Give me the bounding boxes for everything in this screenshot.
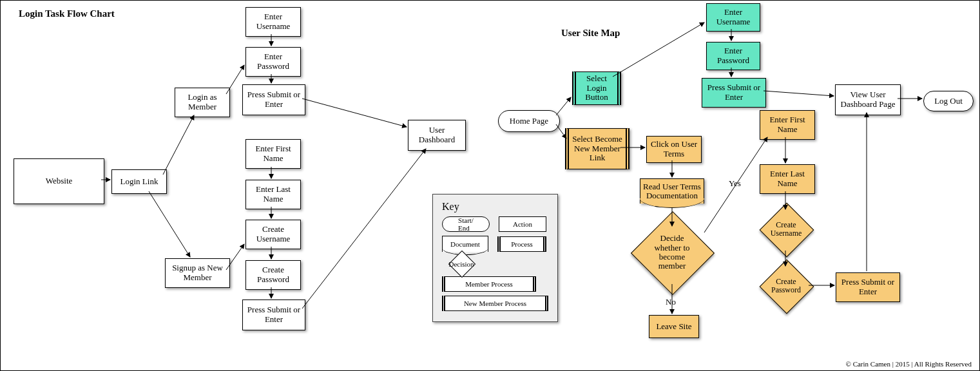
legend-action: Action	[499, 216, 546, 232]
title-left: Login Task Flow Chart	[19, 8, 115, 19]
node-r-press-submit: Press Submit or Enter	[702, 78, 766, 108]
node-r-create-user: Create Username	[767, 211, 805, 248]
node-website: Website	[14, 158, 104, 204]
svg-line-2	[149, 191, 190, 257]
node-user-dashboard: User Dashboard	[408, 120, 466, 151]
legend-start-end: Start/ End	[442, 216, 490, 232]
copyright: © Carin Camen | 2015 | All Rights Reserv…	[846, 360, 972, 368]
svg-line-12	[302, 149, 426, 309]
node-r-enter-last: Enter Last Name	[760, 164, 815, 194]
node-enter-first: Enter First Name	[245, 139, 301, 169]
node-r-create-pass: Create Password	[767, 267, 805, 305]
node-press-submit-1: Press Submit or Enter	[242, 84, 305, 115]
node-view-dash: View User Dashboard Page	[835, 84, 901, 115]
node-r-press-submit2: Press Submit or Enter	[836, 272, 900, 302]
node-r-enter-first: Enter First Name	[760, 110, 815, 140]
legend-header: Key	[442, 201, 548, 213]
legend-decision: Decision	[442, 256, 481, 272]
svg-line-18	[764, 91, 834, 96]
title-right: User Site Map	[561, 28, 620, 39]
node-signup-new: Signup as New Member	[165, 258, 230, 288]
svg-line-6	[302, 99, 407, 127]
node-enter-last: Enter Last Name	[245, 180, 301, 209]
label-yes: Yes	[729, 178, 741, 189]
node-read-terms: Read User Terms Documentation	[640, 178, 704, 204]
node-logout: Log Out	[923, 91, 974, 111]
node-enter-password: Enter Password	[245, 47, 301, 77]
legend-member-process: Member Process	[442, 276, 536, 292]
legend: Key Start/ End Action Document Process D…	[432, 194, 558, 322]
node-decide: Decide whether to become member	[643, 224, 701, 281]
node-create-pass: Create Password	[245, 260, 301, 290]
node-home: Home Page	[498, 110, 560, 132]
node-r-enter-pass: Enter Password	[706, 42, 760, 70]
svg-line-1	[163, 115, 194, 175]
label-no: No	[666, 297, 676, 307]
diagram-page: Login Task Flow Chart User Site Map Webs…	[0, 0, 980, 371]
node-click-terms: Click on User Terms	[646, 136, 702, 163]
node-login-member: Login as Member	[175, 88, 230, 117]
node-r-enter-user: Enter Username	[706, 3, 760, 32]
node-enter-username: Enter Username	[245, 7, 301, 37]
legend-process: Process	[497, 236, 546, 252]
legend-document: Document	[442, 236, 488, 252]
node-press-submit-2: Press Submit or Enter	[242, 300, 305, 330]
node-select-login: Select Login Button	[572, 71, 621, 105]
node-select-new: Select Become New Member Link	[565, 128, 629, 169]
node-create-user: Create Username	[245, 220, 301, 249]
node-leave: Leave Site	[649, 315, 699, 338]
svg-line-15	[613, 23, 704, 77]
node-login-link: Login Link	[111, 169, 167, 194]
legend-new-member-process: New Member Process	[442, 296, 548, 311]
svg-line-13	[556, 97, 571, 115]
